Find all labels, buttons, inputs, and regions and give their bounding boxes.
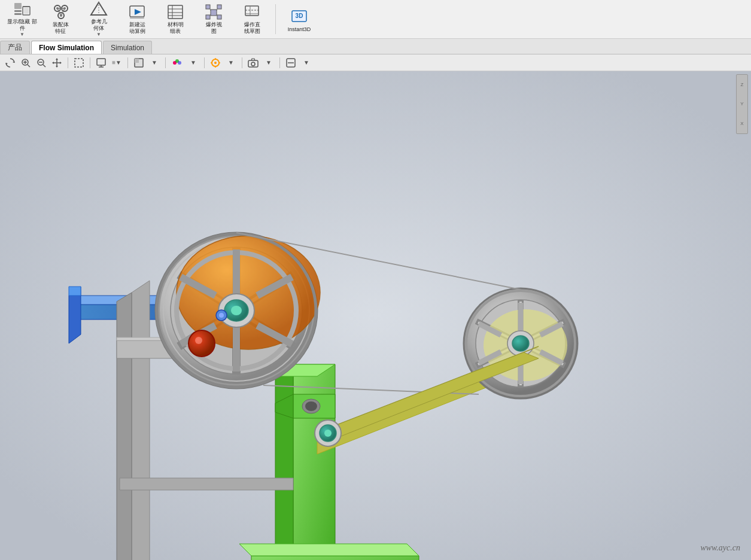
svg-rect-27 [206,5,210,9]
svg-rect-35 [245,6,259,16]
svg-line-32 [217,9,217,11]
view-scene-btn[interactable] [209,56,222,69]
svg-marker-90 [120,478,293,490]
view-sep6 [242,57,242,68]
svg-marker-75 [275,364,293,560]
view-sep7 [279,57,280,68]
instant3d-icon: 3D [290,6,309,25]
view-zoomout-btn[interactable] [35,56,48,69]
view-camera-btn[interactable] [247,56,260,69]
section-icon [242,4,262,20]
svg-rect-30 [217,15,221,19]
svg-rect-55 [97,59,105,65]
svg-point-64 [214,62,217,64]
svg-marker-51 [56,66,58,68]
view-shading-dropdown[interactable]: ▼ [148,56,161,69]
view-display-dropdown[interactable]: ▼ [110,56,123,69]
toolbar-show-hide[interactable]: 显示/隐藏 部件 ▼ [5,2,39,36]
view-appearance-btn[interactable] [170,56,184,69]
svg-line-31 [210,9,211,11]
svg-line-34 [217,14,217,15]
view-sep1 [68,57,68,68]
svg-rect-4 [24,8,29,14]
view-zoomin-btn[interactable] [19,56,32,69]
toolbar-assembly[interactable]: 装配体特征 [43,2,78,36]
toolbar-section[interactable]: 爆作直线草图 [235,2,269,36]
materials-icon [166,4,185,20]
toolbar-explode[interactable]: 爆炸视图 [196,2,231,36]
svg-point-94 [305,401,317,411]
toolbar-materials[interactable]: 材料明细表 [158,2,193,36]
view-sep3 [127,57,128,68]
dropdown-arrow: ▼ [20,32,25,38]
svg-line-33 [210,14,211,15]
svg-marker-87 [117,293,132,560]
view-display-btn[interactable] [95,56,108,69]
view-hide-btn[interactable] [284,56,297,69]
explode-icon [204,4,223,20]
svg-line-48 [43,65,45,67]
svg-point-121 [195,337,202,344]
tab-flow-simulation[interactable]: Flow Simulation [31,41,102,54]
svg-rect-29 [206,15,210,19]
svg-marker-86 [132,281,150,560]
geometry-icon [89,1,108,17]
svg-marker-74 [293,364,335,560]
assembly-label: 装配体特征 [53,22,69,35]
toolbar-sep [275,4,276,34]
triad-indicator: Z Y X [736,74,748,134]
svg-rect-59 [135,59,139,63]
svg-point-62 [178,61,181,65]
toolbar-geometry[interactable]: 参考几何体 ▼ [81,2,116,36]
view-appearance-dropdown[interactable]: ▼ [187,56,200,69]
view-scene-dropdown[interactable]: ▼ [224,56,238,69]
view-sep4 [165,57,166,68]
view-hide-dropdown[interactable]: ▼ [300,56,313,69]
svg-rect-2 [14,13,22,15]
eye-icon [13,1,32,17]
main-toolbar: 显示/隐藏 部件 ▼ 装配体特征 [0,0,751,39]
svg-rect-54 [75,59,83,67]
tab-simulation[interactable]: Simulation [103,41,152,54]
tab-product[interactable]: 产品 [0,41,30,54]
svg-point-120 [188,330,215,357]
watermark: www.ayc.cn [700,543,740,553]
svg-marker-52 [52,62,54,64]
view-pan-btn[interactable] [50,56,63,69]
view-toolbar: ▼ ▼ ▼ ▼ ▼ ▼ [0,54,751,71]
view-shading-btn[interactable] [132,56,145,69]
geometry-label: 参考几何体 [91,19,107,32]
svg-marker-19 [135,9,141,15]
svg-marker-79 [239,544,419,556]
toolbar-motion[interactable]: 新建运动算例 [120,2,154,36]
svg-point-70 [251,62,255,66]
svg-marker-77 [251,556,419,560]
view-rotate-btn[interactable] [4,56,17,69]
dropdown-arrow2: ▼ [96,32,101,38]
svg-marker-50 [56,58,58,60]
materials-label: 材料明细表 [168,22,184,35]
svg-marker-53 [60,62,62,64]
svg-point-118 [231,306,242,315]
svg-point-151 [324,430,332,437]
svg-point-144 [512,336,529,351]
main-viewport[interactable]: Z Y X www.ayc.cn [0,71,751,560]
toolbar-instant3d[interactable]: 3D Instant3D [282,2,317,36]
model-svg [0,71,751,560]
view-sep2 [90,57,90,68]
view-box-btn[interactable] [72,56,86,69]
svg-rect-28 [217,5,221,9]
view-sep5 [204,57,205,68]
explode-label: 爆炸视图 [206,22,222,35]
svg-rect-26 [211,10,217,16]
motion-icon [127,4,147,20]
view-camera-dropdown[interactable]: ▼ [262,56,275,69]
svg-rect-0 [14,3,22,9]
tab-bar: 产品 Flow Simulation Simulation [0,39,751,54]
assembly-icon [51,4,70,20]
svg-rect-1 [14,10,22,12]
svg-rect-20 [130,17,144,19]
instant3d-label: Instant3D [288,26,311,33]
svg-marker-85 [69,287,81,296]
svg-point-123 [219,313,224,318]
